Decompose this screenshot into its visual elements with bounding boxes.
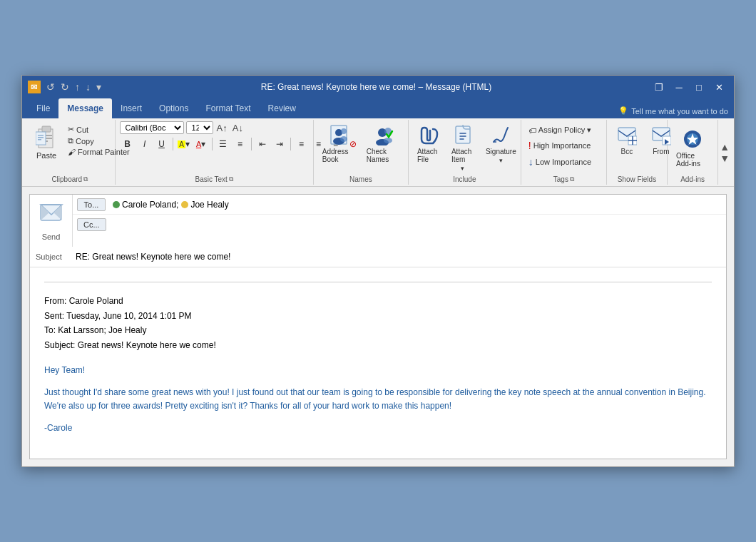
- to-button[interactable]: To...: [77, 198, 106, 211]
- email-body-text: Just thought I'd share some great news w…: [44, 386, 712, 413]
- assign-policy-label: Assign Policy ▾: [538, 126, 591, 135]
- highlight-button[interactable]: A▾: [176, 136, 192, 152]
- clipboard-expand-icon[interactable]: ⧉: [83, 175, 88, 183]
- joe-dot: [181, 201, 188, 208]
- subject-field[interactable]: [73, 250, 726, 263]
- tab-options[interactable]: Options: [150, 98, 197, 118]
- clipboard-label: Clipboard ⧉: [29, 174, 111, 183]
- align-left-button[interactable]: ≡: [294, 136, 310, 152]
- undo-button[interactable]: ↺: [45, 81, 56, 93]
- include-content: Attach File Attach Item ▾: [413, 121, 521, 174]
- ribbon-scroll-button[interactable]: ▲▼: [718, 120, 731, 185]
- decrease-indent-button[interactable]: ⇤: [255, 136, 270, 152]
- font-name-select[interactable]: Calibri (Boc: [120, 121, 184, 134]
- attach-file-label: Attach File: [417, 148, 440, 163]
- check-names-button[interactable]: Check Names: [362, 121, 404, 165]
- paste-button[interactable]: Paste: [29, 121, 63, 163]
- down-button[interactable]: ↓: [84, 81, 92, 93]
- tags-group: 🏷 Assign Policy ▾ ! High Importance ↓ Lo…: [521, 120, 607, 185]
- lightbulb-icon: 💡: [618, 106, 628, 116]
- signature-button[interactable]: Signature ▾: [481, 121, 521, 166]
- send-label[interactable]: Send: [42, 232, 61, 241]
- email-body: From: Carole Poland Sent: Tuesday, June …: [30, 267, 726, 458]
- title-bar-left: ✉ ↺ ↻ ↑ ↓ ▾: [28, 81, 103, 93]
- low-importance-label: Low Importance: [536, 158, 591, 166]
- assign-policy-button[interactable]: 🏷 Assign Policy ▾: [526, 124, 594, 136]
- carole-name: Carole Poland;: [122, 200, 178, 210]
- font-shrink-button[interactable]: A↓: [231, 123, 245, 133]
- tab-review[interactable]: Review: [260, 98, 305, 118]
- tags-expand-icon[interactable]: ⧉: [570, 175, 574, 183]
- more-button[interactable]: ▾: [95, 81, 103, 93]
- font-color-button[interactable]: A▾: [193, 136, 209, 152]
- recipient-joe: Joe Healy: [181, 200, 228, 210]
- tab-insert[interactable]: Insert: [112, 98, 150, 118]
- paintbrush-icon: 🖌: [68, 148, 76, 156]
- ribbon-content: Paste ✂ Cut ⧉ Copy 🖌 Format Painter: [22, 118, 734, 187]
- email-subject-line: Subject: Great news! Keynote here we com…: [44, 338, 712, 352]
- bcc-label: Bcc: [620, 148, 633, 155]
- attach-file-button[interactable]: Attach File: [413, 121, 444, 165]
- low-importance-button[interactable]: ↓ Low Importance: [526, 155, 594, 169]
- separator3: [251, 138, 252, 150]
- font-grow-button[interactable]: A↑: [215, 123, 229, 133]
- italic-button[interactable]: I: [137, 136, 153, 152]
- underline-button[interactable]: U: [154, 136, 170, 152]
- close-button[interactable]: ✕: [710, 79, 728, 95]
- paste-icon: [34, 124, 59, 151]
- subject-row: Subject: [30, 247, 726, 267]
- tab-file[interactable]: File: [28, 98, 58, 118]
- email-signature: -Carole: [44, 421, 712, 435]
- increase-indent-button[interactable]: ⇥: [272, 136, 287, 152]
- basic-text-group: Calibri (Boc 12 A↑ A↓ B I U: [116, 120, 314, 185]
- show-fields-content: Bcc From: [611, 121, 677, 174]
- include-label: Include: [413, 174, 516, 183]
- bcc-button[interactable]: Bcc: [611, 121, 643, 158]
- high-importance-button[interactable]: ! High Importance: [526, 138, 594, 153]
- address-book-button[interactable]: Address Book: [318, 121, 359, 165]
- tab-format-text[interactable]: Format Text: [197, 98, 259, 118]
- high-importance-label: High Importance: [533, 141, 591, 150]
- address-book-label: Address Book: [322, 148, 355, 163]
- policy-icon: 🏷: [528, 126, 536, 135]
- svg-point-15: [340, 136, 347, 142]
- email-sent: Sent: Tuesday, June 10, 2014 1:01 PM: [44, 309, 712, 323]
- svg-rect-9: [38, 137, 44, 138]
- bold-button[interactable]: B: [120, 136, 136, 152]
- tab-message[interactable]: Message: [58, 98, 112, 118]
- scissors-icon: ✂: [68, 125, 74, 134]
- window-title: RE: Great news! Keynote here we come! – …: [103, 82, 650, 92]
- restore-button[interactable]: ❐: [650, 79, 668, 95]
- signature-label: Signature: [486, 148, 516, 155]
- maximize-button[interactable]: □: [690, 79, 708, 95]
- tell-me-area[interactable]: 💡 Tell me what you want to do: [618, 106, 728, 118]
- compose-fields: To... Carole Poland; Joe Healy: [73, 195, 726, 247]
- show-fields-label: Show Fields: [611, 174, 663, 183]
- basic-text-expand-icon[interactable]: ⧉: [229, 175, 233, 183]
- font-size-select[interactable]: 12: [186, 121, 213, 134]
- svg-rect-10: [38, 139, 41, 140]
- attach-item-label: Attach Item: [451, 148, 474, 163]
- bullets-button[interactable]: ☰: [215, 136, 231, 152]
- numbered-list-button[interactable]: ≡: [233, 136, 248, 152]
- email-meta: From: Carole Poland Sent: Tuesday, June …: [44, 294, 712, 352]
- minimize-button[interactable]: ─: [670, 79, 688, 95]
- cc-button[interactable]: Cc...: [77, 218, 106, 231]
- app-icon: ✉: [28, 81, 41, 93]
- tell-me-text: Tell me what you want to do: [631, 107, 728, 116]
- recipient-carole: Carole Poland;: [113, 200, 178, 210]
- up-button[interactable]: ↑: [73, 81, 81, 93]
- addins-group: Office Add-ins Add-ins: [668, 120, 718, 185]
- copy-icon: ⧉: [68, 136, 73, 145]
- paperclip-icon: [417, 123, 440, 146]
- attach-item-button[interactable]: Attach Item ▾: [447, 121, 479, 174]
- svg-rect-8: [38, 135, 44, 136]
- email-to: To: Kat Larsson; Joe Healy: [44, 323, 712, 337]
- svg-text:✉: ✉: [31, 83, 37, 91]
- check-names-icon: [372, 123, 394, 146]
- redo-button[interactable]: ↻: [59, 81, 71, 93]
- email-divider: [44, 282, 712, 282]
- office-addins-button[interactable]: Office Add-ins: [672, 126, 713, 170]
- cut-label: Cut: [76, 126, 88, 134]
- basic-text-label: Basic Text ⧉: [120, 174, 309, 183]
